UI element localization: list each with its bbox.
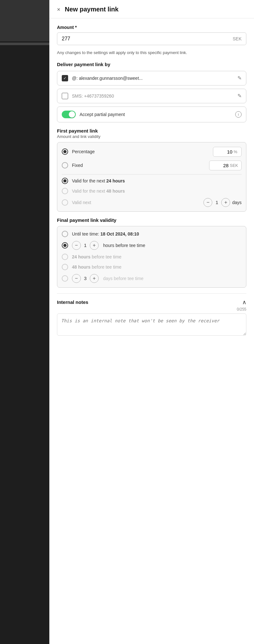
percentage-suffix: %	[234, 149, 237, 154]
hours-before-minus-button[interactable]: −	[72, 241, 81, 250]
percentage-radio[interactable]	[62, 148, 68, 155]
panel-title: New payment link	[65, 6, 119, 13]
first-payment-title: First payment link	[57, 128, 246, 134]
24h-before-row: 24 hours before tee time	[62, 254, 242, 260]
48h-before-row: 48 hours before tee time	[62, 264, 242, 270]
internal-notes-header[interactable]: Internal notes ∧	[57, 293, 246, 307]
fixed-label: Fixed	[72, 163, 209, 168]
fixed-input-box: SEK	[209, 161, 242, 170]
sms-delivery-option[interactable]: SMS: +46737359260 ✎	[57, 89, 246, 103]
options-divider	[62, 174, 242, 175]
until-tee-label: Until tee time: 18 Oct 2024, 08:10	[72, 231, 242, 236]
internal-notes-title: Internal notes	[57, 299, 88, 305]
48h-before-label: 48 hours before tee time	[72, 264, 242, 270]
hours-before-suffix: hours before tee time	[103, 243, 145, 248]
valid-custom-value: 1	[212, 200, 221, 205]
fixed-row: Fixed SEK	[62, 161, 242, 170]
email-edit-icon[interactable]: ✎	[237, 75, 242, 81]
sidebar-top	[0, 0, 49, 41]
percentage-row: Percentage %	[62, 147, 242, 157]
panel-body: Amount * SEK Any changes to the settings…	[49, 18, 254, 343]
valid-custom-label: Valid next	[72, 200, 201, 205]
partial-payment-info-icon[interactable]: i	[235, 111, 242, 118]
valid-24h-radio[interactable]	[62, 178, 68, 184]
valid-custom-suffix: days	[232, 200, 242, 205]
sms-checkbox[interactable]	[62, 93, 68, 99]
first-payment-subtitle: Amount and link validity	[57, 134, 246, 139]
valid-custom-minus-button[interactable]: −	[203, 198, 212, 207]
valid-48h-radio[interactable]	[62, 188, 68, 194]
partial-payment-label: Accept partial payment	[80, 112, 235, 117]
valid-custom-row: Valid next − 1 + days	[62, 198, 242, 207]
hours-before-plus-button[interactable]: +	[90, 241, 99, 250]
hours-before-radio[interactable]	[62, 242, 68, 249]
hours-before-stepper: − 1 +	[72, 241, 99, 250]
final-payment-options-box: Until tee time: 18 Oct 2024, 08:10 − 1 +…	[57, 226, 246, 288]
days-before-plus-button[interactable]: +	[90, 274, 99, 283]
partial-payment-row: Accept partial payment i	[57, 106, 246, 122]
days-before-minus-button[interactable]: −	[72, 274, 81, 283]
sidebar	[0, 0, 49, 644]
chevron-up-icon: ∧	[242, 299, 246, 306]
amount-input[interactable]	[62, 36, 233, 42]
close-button[interactable]: ×	[57, 7, 60, 12]
percentage-input[interactable]	[216, 149, 232, 154]
48h-before-radio[interactable]	[62, 264, 68, 270]
sms-delivery-text: SMS: +46737359260	[72, 93, 237, 99]
until-tee-radio[interactable]	[62, 231, 68, 237]
24h-before-radio[interactable]	[62, 254, 68, 260]
info-text: Any changes to the settings will apply o…	[57, 50, 246, 56]
email-delivery-option[interactable]: @: alexander.gunnarsson@sweet... ✎	[57, 71, 246, 86]
fixed-currency: SEK	[230, 163, 238, 168]
percentage-input-box: %	[213, 147, 242, 157]
valid-custom-plus-button[interactable]: +	[221, 198, 230, 207]
hours-before-value: 1	[81, 243, 90, 248]
fixed-input[interactable]	[213, 163, 229, 168]
panel-header: × New payment link	[49, 0, 254, 18]
first-payment-options-box: Percentage % Fixed SEK Valid for	[57, 142, 246, 212]
days-before-row: − 3 + days before tee time	[62, 274, 242, 283]
main-panel: × New payment link Amount * SEK Any chan…	[49, 0, 254, 644]
deliver-section-title: Deliver payment link by	[57, 62, 246, 67]
char-count: 0/255	[57, 307, 246, 312]
amount-currency: SEK	[233, 36, 242, 41]
email-delivery-text: @: alexander.gunnarsson@sweet...	[72, 76, 237, 81]
days-before-radio[interactable]	[62, 275, 68, 282]
hours-before-row: − 1 + hours before tee time	[62, 241, 242, 250]
days-before-suffix: days before tee time	[103, 276, 144, 281]
internal-notes-textarea[interactable]	[57, 313, 246, 336]
sms-edit-icon[interactable]: ✎	[237, 93, 242, 99]
percentage-label: Percentage	[72, 149, 213, 154]
until-tee-row: Until tee time: 18 Oct 2024, 08:10	[62, 231, 242, 237]
valid-custom-radio[interactable]	[62, 199, 68, 206]
valid-24h-label: Valid for the next 24 hours	[72, 178, 242, 183]
partial-payment-toggle[interactable]	[62, 111, 76, 118]
fixed-radio[interactable]	[62, 162, 68, 168]
valid-24h-row: Valid for the next 24 hours	[62, 178, 242, 184]
final-payment-title: Final payment link validity	[57, 217, 246, 223]
valid-48h-label: Valid for the next 48 hours	[72, 188, 242, 194]
amount-input-wrap: SEK	[57, 32, 246, 45]
valid-custom-stepper: − 1 + days	[203, 198, 242, 207]
24h-before-label: 24 hours before tee time	[72, 254, 242, 259]
days-before-value: 3	[81, 276, 90, 281]
email-checkbox[interactable]	[62, 75, 68, 81]
days-before-stepper: − 3 +	[72, 274, 99, 283]
amount-label: Amount *	[57, 25, 246, 30]
valid-48h-row: Valid for the next 48 hours	[62, 188, 242, 194]
sidebar-bar	[0, 43, 49, 45]
